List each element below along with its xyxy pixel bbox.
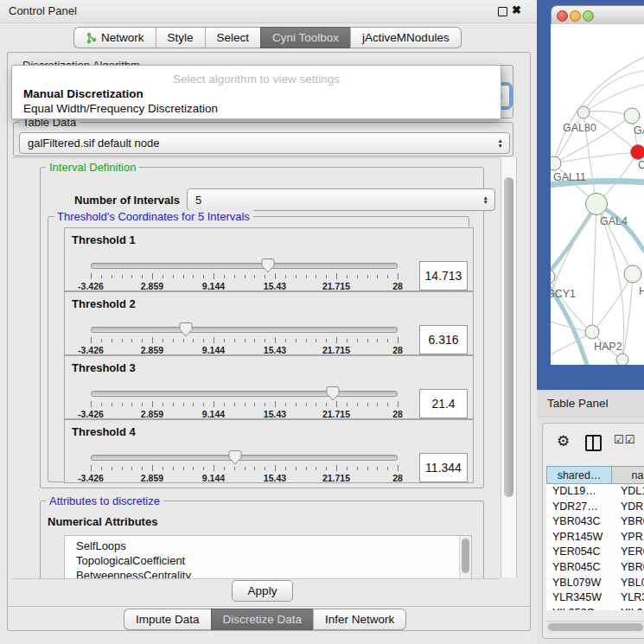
column-header-name[interactable]: na: [612, 466, 644, 484]
float-window-icon[interactable]: [498, 7, 507, 16]
table-rows[interactable]: YDL19…YDL1 YDR27…YDR2 YBR043CYBR0 YPR145…: [546, 484, 644, 610]
threshold-2-slider[interactable]: -3.4262.8599.14415.4321.71528: [91, 327, 398, 353]
minimize-traffic-light-icon[interactable]: [570, 10, 581, 22]
network-node[interactable]: [624, 108, 640, 124]
group-title: Attributes to discretize: [46, 494, 163, 507]
network-node[interactable]: [624, 265, 641, 283]
table-row[interactable]: YBL079WYBL0: [546, 576, 644, 591]
scrollbar-thumb[interactable]: [548, 623, 643, 631]
table-row[interactable]: YDL19…YDL1: [546, 484, 644, 500]
split-table-icon[interactable]: [585, 435, 602, 451]
threshold-4-slider[interactable]: -3.4262.8599.14415.4321.71528: [91, 455, 398, 481]
network-node-hap2[interactable]: [585, 325, 599, 339]
settings-scroll-area: Interval Definition Number of Intervals …: [12, 157, 500, 579]
list-scrollbar[interactable]: [459, 536, 471, 579]
node-label: GAL11: [553, 171, 586, 183]
panel-title: Control Panel: [9, 4, 77, 17]
threshold-3-panel: Threshold 3 -3.4262.8599.14415.4321.7152…: [64, 355, 474, 419]
threshold-1-panel: Threshold 1 -3.4262.8599.14415.4321.7152…: [64, 227, 474, 291]
threshold-1-value[interactable]: 14.713: [419, 261, 468, 290]
network-icon: [86, 32, 97, 44]
numerical-attributes-list[interactable]: SelfLoops TopologicalCoefficient Between…: [64, 535, 472, 579]
threshold-2-panel: Threshold 2 -3.4262.8599.14415.4321.7152…: [64, 291, 474, 355]
table-column-headers: shared… na: [546, 466, 644, 484]
dropdown-prompt: Select algorithm to view settings: [12, 73, 501, 86]
panel-scrollbar[interactable]: [501, 157, 517, 577]
tab-style[interactable]: Style: [156, 27, 205, 48]
node-label: GAL80: [563, 122, 596, 134]
table-panel: ⚙ ☑☑ shared… na YDL19…YDL1 YDR27…YDR2 YB…: [542, 423, 644, 639]
apply-button[interactable]: Apply: [232, 580, 293, 602]
network-node-gal11[interactable]: [551, 156, 561, 170]
checked-columns-icon[interactable]: ☑☑: [614, 433, 635, 446]
network-node-gal4[interactable]: [586, 194, 608, 215]
number-of-intervals-combo[interactable]: 5 ▲▼: [187, 188, 495, 211]
node-label: C: [638, 159, 644, 171]
node-label: HAP2: [594, 341, 622, 353]
node-label: GCY1: [551, 288, 576, 300]
network-node-gcy1[interactable]: [551, 270, 555, 284]
numerical-attributes-label: Numerical Attributes: [48, 515, 157, 528]
dropdown-option-equal-width-frequency[interactable]: Equal Width/Frequency Discretization: [23, 102, 218, 115]
combo-arrows-icon: ▲▼: [498, 133, 503, 153]
control-panel-titlebar: Control Panel ✖: [0, 0, 537, 23]
list-item[interactable]: SelfLoops: [76, 539, 126, 553]
threshold-3-slider[interactable]: -3.4262.8599.14415.4321.71528: [91, 391, 398, 417]
algorithm-dropdown-popup: Select algorithm to view settings Manual…: [11, 65, 501, 119]
node-label: GA: [634, 124, 644, 137]
table-row[interactable]: YDR27…YDR2: [546, 500, 644, 515]
threshold-4-value[interactable]: 11.344: [419, 453, 468, 482]
combo-arrows-icon: ▲▼: [483, 189, 488, 210]
table-data-value: galFiltered.sif default node: [28, 137, 159, 150]
table-row[interactable]: YER054CYER0: [546, 545, 644, 560]
table-row[interactable]: YBR043CYBR0: [546, 514, 644, 530]
table-panel-title: Table Panel: [547, 397, 609, 410]
table-row[interactable]: YBR045CYBR0: [546, 560, 644, 576]
table-row[interactable]: YPR145WYPR1: [546, 530, 644, 545]
column-header-shared-name[interactable]: shared…: [546, 466, 612, 484]
zoom-traffic-light-icon[interactable]: [583, 10, 594, 22]
network-node[interactable]: [616, 354, 628, 365]
tab-infer-network[interactable]: Infer Network: [313, 609, 406, 630]
tab-jactivemnodules[interactable]: jActiveMNodules: [350, 27, 462, 48]
bottom-tab-bar: Impute Data Discretize Data Infer Networ…: [124, 609, 406, 630]
screenshot-root: Control Panel ✖ Network Style Select Cyn…: [0, 0, 644, 644]
dropdown-option-manual-discretization[interactable]: Manual Discretization: [23, 87, 143, 100]
tab-cyni-toolbox[interactable]: Cyni Toolbox: [260, 27, 350, 48]
top-tab-bar: Network Style Select Cyni Toolbox jActiv…: [73, 27, 462, 48]
group-title: Threshold's Coordinates for 5 Intervals: [54, 210, 253, 223]
gear-icon[interactable]: ⚙: [557, 432, 570, 450]
threshold-3-value[interactable]: 21.4: [419, 389, 468, 418]
threshold-4-panel: Threshold 4 -3.4262.8599.14415.4321.7152…: [64, 419, 474, 483]
node-label: GAL4: [600, 215, 628, 227]
tab-select[interactable]: Select: [205, 27, 261, 48]
close-icon[interactable]: ✖: [512, 3, 521, 16]
table-panel-header: Table Panel: [537, 390, 644, 418]
network-node-pink[interactable]: [577, 106, 590, 118]
threshold-1-slider[interactable]: -3.4262.8599.14415.4321.71528: [91, 263, 398, 289]
threshold-2-value[interactable]: 6.316: [419, 325, 468, 354]
network-node-red-selected[interactable]: [631, 145, 644, 160]
number-of-intervals-label: Number of Intervals: [74, 194, 180, 207]
network-canvas[interactable]: GAL80 GA C GAL11 GAL4 GCY1 H HAP2: [551, 24, 644, 365]
group-title: Interval Definition: [46, 161, 139, 174]
list-item[interactable]: TopologicalCoefficient: [76, 553, 185, 568]
table-horizontal-scrollbar[interactable]: [546, 621, 644, 634]
tab-discretize-data[interactable]: Discretize Data: [211, 609, 314, 630]
table-row[interactable]: YIL052CYIL0: [546, 606, 644, 610]
network-window-titlebar: [551, 5, 644, 26]
table-data-combo[interactable]: galFiltered.sif default node ▲▼: [19, 132, 510, 154]
tab-impute-data[interactable]: Impute Data: [124, 609, 211, 630]
scrollbar-thumb[interactable]: [504, 177, 513, 497]
list-item[interactable]: BetweennessCentrality: [76, 568, 191, 579]
table-row[interactable]: YLR345WYLR3: [546, 590, 644, 606]
table-data-group: Table Data galFiltered.sif default node …: [13, 122, 513, 156]
tab-network[interactable]: Network: [73, 27, 156, 48]
node-label: H: [639, 285, 644, 297]
close-traffic-light-icon[interactable]: [557, 10, 568, 22]
